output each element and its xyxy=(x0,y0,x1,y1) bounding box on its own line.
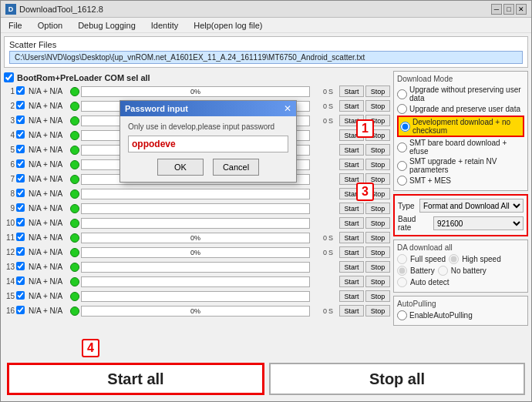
row-checkbox[interactable] xyxy=(16,116,25,124)
table-row: 14 N/A + N/A Start Stop xyxy=(4,274,390,289)
da-auto-detect-radio[interactable] xyxy=(397,277,407,287)
dialog-close-button[interactable]: ✕ xyxy=(284,103,291,114)
row-unit: S xyxy=(328,307,338,315)
row-stop-button[interactable]: Stop xyxy=(365,144,390,156)
row-checkbox[interactable] xyxy=(16,233,25,241)
row-led xyxy=(70,292,79,301)
da-no-battery-radio[interactable] xyxy=(438,266,448,276)
menu-help[interactable]: Help(open log file) xyxy=(189,20,267,31)
radio-smt-bare-input[interactable] xyxy=(397,142,407,152)
row-checkbox[interactable] xyxy=(16,86,25,95)
radio-upgrade-no-preserve-input[interactable] xyxy=(397,89,407,99)
row-checkbox[interactable] xyxy=(16,247,25,256)
row-led xyxy=(70,219,79,228)
radio-upgrade-preserve-input[interactable] xyxy=(397,104,407,114)
row-stop-button[interactable]: Stop xyxy=(365,276,390,287)
row-start-button[interactable]: Start xyxy=(339,232,364,243)
row-checkbox[interactable] xyxy=(16,174,25,183)
da-full-speed-radio[interactable] xyxy=(397,254,407,264)
row-checkbox[interactable] xyxy=(16,276,25,285)
row-checkbox[interactable] xyxy=(16,262,25,270)
row-stop-button[interactable]: Stop xyxy=(365,85,390,97)
row-label: N/A + N/A xyxy=(29,248,69,256)
table-row: 1 N/A + N/A 0% 0S Start Stop xyxy=(4,84,390,99)
scatter-path: C:\Users\NVD\logs\Desktop\{up_vnROM.net_… xyxy=(9,51,523,64)
stop-all-button[interactable]: Stop all xyxy=(269,363,525,395)
right-panel: Download Mode Upgrade without preserving… xyxy=(393,71,528,357)
minimize-button[interactable]: ─ xyxy=(491,4,502,15)
content-area: Scatter Files C:\Users\NVD\logs\Desktop\… xyxy=(1,33,531,401)
row-label: N/A + N/A xyxy=(29,87,69,95)
row-checkbox[interactable] xyxy=(16,101,25,109)
row-stop-button[interactable]: Stop xyxy=(365,232,390,243)
start-all-button[interactable]: Start all xyxy=(7,363,264,395)
da-full-high-row: Full speed High speed xyxy=(397,254,524,264)
row-stop-button[interactable]: Stop xyxy=(365,290,390,302)
type-select[interactable]: Format and Download All Download Only Fi… xyxy=(419,199,524,213)
row-checkbox[interactable] xyxy=(16,218,25,226)
baud-select[interactable]: 921600 460800 115200 xyxy=(433,216,524,230)
radio-smt-mes-label: SMT + MES xyxy=(409,176,451,185)
da-full-speed-label: Full speed xyxy=(410,255,446,263)
row-start-button[interactable]: Start xyxy=(339,246,364,258)
menu-option[interactable]: Option xyxy=(33,20,67,31)
row-start-button[interactable]: Start xyxy=(339,144,364,156)
da-high-speed-radio[interactable] xyxy=(449,254,459,264)
row-stop-button[interactable]: Stop xyxy=(365,305,390,317)
row-checkbox[interactable] xyxy=(16,306,25,314)
title-controls: ─ □ ✕ xyxy=(491,4,527,15)
row-stop-button[interactable]: Stop xyxy=(365,203,390,214)
menu-file[interactable]: File xyxy=(4,20,27,31)
dialog-ok-button[interactable]: OK xyxy=(157,159,204,176)
row-start-button[interactable]: Start xyxy=(339,100,364,112)
row-checkbox[interactable] xyxy=(16,291,25,300)
row-checkbox-wrapper xyxy=(16,174,27,184)
row-progress-text: 0% xyxy=(82,233,309,243)
dialog-cancel-button[interactable]: Cancel xyxy=(213,159,259,176)
row-start-button[interactable]: Start xyxy=(339,276,364,287)
row-checkbox[interactable] xyxy=(16,145,25,153)
row-start-button[interactable]: Start xyxy=(339,85,364,97)
row-start-button[interactable]: Start xyxy=(339,159,364,170)
row-label: N/A + N/A xyxy=(29,131,69,139)
row-start-button[interactable]: Start xyxy=(339,261,364,273)
row-start-button[interactable]: Start xyxy=(339,217,364,229)
da-battery-radio[interactable] xyxy=(397,266,407,276)
title-bar: D DownloadTool_1612.8 ─ □ ✕ xyxy=(1,1,531,18)
row-checkbox[interactable] xyxy=(16,189,25,197)
menu-debug[interactable]: Debug Logging xyxy=(73,20,140,31)
row-checkbox[interactable] xyxy=(16,203,25,212)
da-auto-detect-label: Auto detect xyxy=(410,278,450,286)
table-row: 16 N/A + N/A 0% 0S Start Stop xyxy=(4,303,390,318)
radio-smt-upgrade-input[interactable] xyxy=(397,161,407,171)
type-label: Type xyxy=(398,202,416,210)
row-start-button[interactable]: Start xyxy=(339,305,364,317)
table-row: 9 N/A + N/A Start Stop xyxy=(4,201,390,216)
row-led xyxy=(70,87,79,96)
radio-dev-download-input[interactable] xyxy=(400,122,410,132)
row-stop-button[interactable]: Stop xyxy=(365,100,390,112)
row-label: N/A + N/A xyxy=(29,233,69,242)
row-checkbox-wrapper xyxy=(16,247,27,257)
row-num: 14 xyxy=(4,277,15,286)
row-checkbox[interactable] xyxy=(16,159,25,168)
menu-identity[interactable]: Identity xyxy=(146,20,183,31)
row-progress-bar: 0% xyxy=(81,306,310,317)
radio-upgrade-no-preserve-label: Upgrade without preserving user data xyxy=(409,85,524,102)
row-stop-button[interactable]: Stop xyxy=(365,246,390,258)
table-row: 11 N/A + N/A 0% 0S Start Stop xyxy=(4,230,390,245)
close-button[interactable]: ✕ xyxy=(516,4,527,15)
row-checkbox[interactable] xyxy=(16,130,25,139)
dialog-password-input[interactable] xyxy=(128,136,288,152)
row-stop-button[interactable]: Stop xyxy=(365,159,390,170)
maximize-button[interactable]: □ xyxy=(503,4,514,15)
row-stop-button[interactable]: Stop xyxy=(365,217,390,229)
boot-select-all-checkbox[interactable] xyxy=(4,72,14,82)
autopull-title: AutoPulling xyxy=(397,300,524,308)
autopull-radio[interactable] xyxy=(397,310,407,320)
row-start-button[interactable]: Start xyxy=(339,203,364,214)
radio-smt-mes-input[interactable] xyxy=(397,176,407,186)
row-stop-button[interactable]: Stop xyxy=(365,261,390,273)
row-start-button[interactable]: Start xyxy=(339,290,364,302)
row-checkbox-wrapper xyxy=(16,159,27,169)
